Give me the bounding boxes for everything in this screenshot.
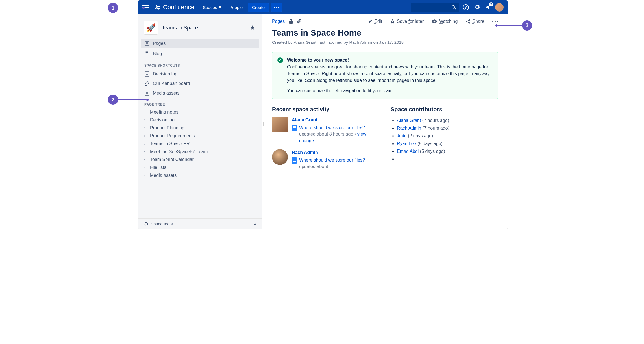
nav-spaces[interactable]: Spaces [200,3,224,12]
svg-line-20 [467,22,469,23]
link-icon [144,81,149,86]
tree-item-label: Product Requirements [150,133,195,138]
top-nav: Confluence Spaces People Create ? [138,0,508,14]
ellipsis-icon [274,7,279,8]
user-avatar[interactable] [272,117,288,132]
share-button[interactable]: Share [465,19,484,24]
tree-item-label: Meeting notes [150,110,179,115]
shortcut-decision-log[interactable]: Decision log [141,69,259,79]
star-space-button[interactable] [249,24,256,32]
sidebar-blog-label: Blog [153,51,162,56]
contributors-heading: Space contributors [391,106,498,113]
annotation-3-dot [495,24,498,27]
tree-item-label: Teams in Space PR [150,141,190,146]
sidebar-resize-handle[interactable]: || [263,122,264,126]
contributor-link[interactable]: Judd [397,133,407,138]
contributor-meta: (5 days ago) [419,149,445,154]
expand-icon[interactable]: › [144,134,147,138]
expand-icon[interactable]: › [144,110,147,114]
svg-rect-13 [145,91,149,95]
contributor-meta: (7 hours ago) [421,126,449,130]
recent-activity-heading: Recent space activity [272,106,379,113]
search-icon [452,5,456,10]
tree-item[interactable]: ›Meeting notes [141,108,259,116]
svg-point-3 [452,6,455,8]
search-input[interactable] [411,3,459,12]
share-icon [465,19,471,24]
contributor-item: Ryan Lee (5 days ago) [397,140,498,147]
svg-point-22 [495,21,496,22]
shortcut-label: Our Kanban board [153,81,190,86]
brand-text: Confluence [163,4,194,11]
create-button[interactable]: Create [248,3,269,12]
sidebar-blog[interactable]: ❞ Blog [141,48,259,59]
page-icon [144,41,149,46]
gear-icon [144,222,148,226]
more-actions-button[interactable] [492,21,498,22]
tree-item[interactable]: •Team Sprint Calendar [141,156,259,164]
contributors-column: Space contributors Alana Grant (7 hours … [391,106,498,175]
attachments-button[interactable] [297,19,302,24]
brand-logo[interactable]: Confluence [154,4,194,11]
expand-icon[interactable]: › [144,126,147,130]
activity-page-link[interactable]: Where should we store our files? [299,158,365,162]
tree-item[interactable]: •File lists [141,164,259,171]
shortcut-media[interactable]: Media assets [141,88,259,98]
tree-item-label: Meet the SeeSpaceEZ Team [150,149,208,154]
breadcrumb-pages[interactable]: Pages [272,19,285,24]
collapse-sidebar-button[interactable]: « [254,222,256,226]
watching-button[interactable]: Watching [432,19,458,24]
activity-user-link[interactable]: Rach Admin [292,149,379,156]
space-title[interactable]: Teams in Space [162,25,245,31]
contributor-more[interactable]: ... [397,155,498,163]
nav-people[interactable]: People [227,3,245,12]
tree-item[interactable]: ›Decision log [141,116,259,124]
activity-page-link[interactable]: Where should we store our files? [299,125,365,130]
edit-button[interactable]: Edit [368,19,382,24]
page-restrictions-button[interactable] [289,19,293,24]
svg-point-21 [492,21,493,22]
user-avatar[interactable] [495,3,504,12]
space-logo[interactable]: 🚀 [144,21,158,35]
expand-icon[interactable]: › [144,118,147,122]
contributor-link[interactable]: Rach Admin [397,126,421,130]
sidebar-pages[interactable]: Pages [141,39,259,48]
bullet-icon: • [144,150,147,154]
nav-spaces-label: Spaces [203,5,217,10]
annotation-2: 2 [108,95,118,105]
tree-item-label: File lists [150,165,166,170]
contributor-link[interactable]: Alana Grant [397,118,421,123]
tree-item[interactable]: •Media assets [141,171,259,179]
activity-user-link[interactable]: Alana Grant [292,117,379,123]
save-for-later-button[interactable]: Save for later [390,19,424,24]
tree-item[interactable]: ›Teams in Space PR [141,140,259,148]
notifications-button[interactable]: 2 [484,3,493,12]
settings-button[interactable] [473,3,482,12]
sidebar-footer: Space tools « [138,218,262,229]
gear-icon [474,4,480,10]
contributor-link[interactable]: Ryan Lee [397,141,416,146]
panel-body-text-2: You can customize the left navigation to… [287,87,493,94]
activity-item: Rach Admin Where should we store our fil… [272,149,379,170]
svg-text:?: ? [465,5,467,10]
document-icon [292,157,297,164]
create-more-button[interactable] [271,3,282,12]
activity-meta: updated about [299,164,328,169]
contributor-link[interactable]: Emad Abdi [397,149,419,154]
expand-icon[interactable]: › [144,142,147,146]
annotation-3: 3 [522,20,532,31]
annotation-1-line [118,8,142,8]
tree-item-label: Media assets [150,173,177,178]
contributor-meta: (2 days ago) [407,133,433,138]
user-avatar[interactable] [272,149,288,165]
tree-item[interactable]: ›Product Requirements [141,132,259,140]
help-button[interactable]: ? [461,3,470,12]
svg-point-23 [497,21,498,22]
svg-rect-7 [145,41,149,46]
star-icon [250,25,255,31]
svg-point-0 [274,7,275,8]
tree-item[interactable]: ›Product Planning [141,124,259,132]
tree-item[interactable]: •Meet the SeeSpaceEZ Team [141,148,259,156]
shortcut-kanban[interactable]: Our Kanban board [141,79,259,88]
space-tools-button[interactable]: Space tools [144,221,173,226]
